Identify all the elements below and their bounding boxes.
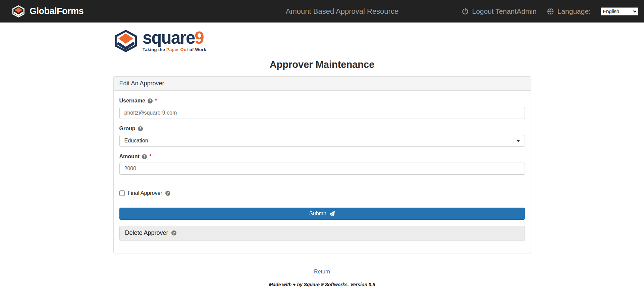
return-link[interactable]: Return	[314, 269, 330, 274]
footer-credit: Made with ♥ by Square 9 Softworks. Versi…	[0, 282, 644, 287]
help-icon[interactable]	[171, 230, 176, 235]
tagline-part2: Paper Out	[166, 47, 188, 52]
square9-logo-text: square9 Taking the Paper Out of Work	[143, 30, 206, 52]
square9-logo: square9 Taking the Paper Out of Work	[113, 30, 644, 52]
help-icon[interactable]	[142, 154, 147, 159]
logo-word-nine: 9	[195, 28, 203, 47]
panel-header: Edit An Approver	[114, 77, 531, 91]
username-input[interactable]	[119, 107, 525, 119]
help-icon[interactable]	[138, 126, 143, 131]
help-icon[interactable]	[165, 191, 170, 196]
language-label: Language:	[557, 7, 591, 15]
caret-down-icon	[517, 140, 520, 142]
language-group: Language:	[547, 7, 591, 15]
final-approver-checkbox[interactable]	[119, 190, 125, 196]
globalforms-logo-icon	[12, 5, 25, 17]
page-title: Approver Maintenance	[0, 59, 644, 70]
username-label-row: Username *	[119, 98, 525, 104]
required-asterisk: *	[155, 98, 157, 104]
brand-title: GlobalForms	[30, 6, 84, 16]
group-label-row: Group	[119, 126, 525, 132]
delete-approver-toggle[interactable]: Delete Approver	[119, 226, 525, 240]
username-label: Username	[119, 98, 145, 104]
submit-button[interactable]: Submit	[119, 208, 525, 220]
edit-approver-panel: Edit An Approver Username * Group Educat…	[113, 76, 531, 253]
square9-wordmark: square9	[143, 30, 206, 46]
language-select[interactable]: English	[601, 7, 638, 15]
help-icon[interactable]	[148, 98, 153, 103]
panel-body: Username * Group Education Amount *	[114, 91, 531, 253]
group-selected-value: Education	[124, 138, 148, 144]
final-approver-label[interactable]: Final Approver	[128, 190, 162, 196]
logout-label: Logout TenantAdmin	[472, 7, 536, 15]
globe-icon	[547, 8, 554, 15]
amount-label: Amount	[119, 154, 140, 160]
amount-field-group: Amount *	[119, 154, 525, 175]
required-asterisk: *	[149, 154, 151, 160]
tagline-part1: Taking the	[143, 47, 166, 52]
delete-approver-label: Delete Approver	[125, 229, 168, 236]
logo-word-square: square	[143, 28, 195, 47]
paper-plane-icon	[329, 211, 335, 216]
username-field-group: Username *	[119, 98, 525, 119]
group-select[interactable]: Education	[119, 135, 525, 147]
language-select-wrap: English	[601, 7, 638, 15]
top-navbar: GlobalForms Amount Based Approval Resour…	[0, 0, 644, 23]
logout-button[interactable]: Logout TenantAdmin	[462, 7, 536, 15]
power-icon	[462, 8, 469, 15]
navbar-right: Logout TenantAdmin Language: English	[462, 7, 638, 15]
amount-input[interactable]	[119, 163, 525, 175]
submit-label: Submit	[309, 211, 326, 217]
return-row: Return	[0, 269, 644, 275]
group-field-group: Group Education	[119, 126, 525, 147]
amount-label-row: Amount *	[119, 154, 525, 160]
square9-hexagon-icon	[113, 30, 139, 52]
group-label: Group	[119, 126, 136, 132]
tagline-part3: of Work	[188, 47, 206, 52]
globalforms-brand[interactable]: GlobalForms	[12, 5, 84, 17]
final-approver-row: Final Approver	[119, 190, 525, 196]
square9-tagline: Taking the Paper Out of Work	[143, 47, 206, 52]
